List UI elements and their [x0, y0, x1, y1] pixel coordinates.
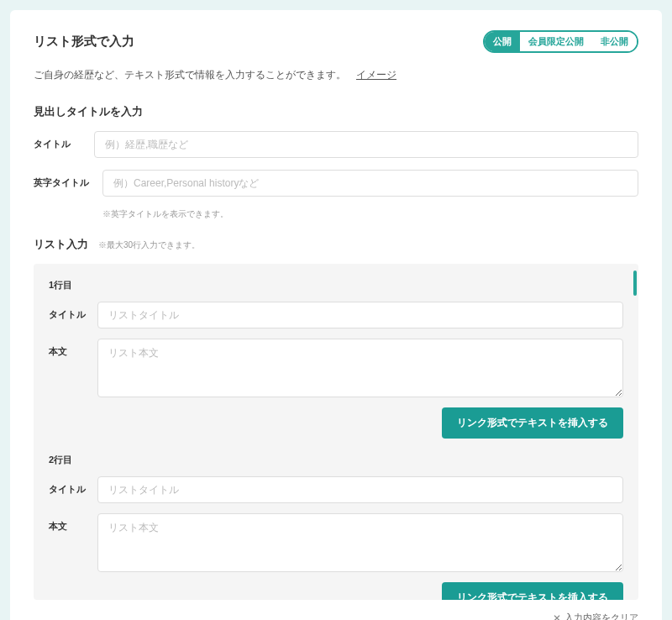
- clear-row: ✕ 入力内容をクリア: [34, 612, 638, 620]
- row2-title-label: タイトル: [49, 476, 87, 496]
- en-title-label: 英字タイトル: [34, 170, 92, 189]
- visibility-toggle: 公開 会員限定公開 非公開: [483, 30, 638, 53]
- title-field-row: タイトル: [34, 131, 638, 158]
- clear-label: 入力内容をクリア: [564, 612, 638, 620]
- list-section-title: リスト入力: [34, 237, 88, 252]
- row1-title-input[interactable]: [97, 302, 623, 328]
- list-row-2: 2行目 タイトル 本文 リンク形式でテキストを挿入する: [49, 454, 623, 600]
- list-input-card: リスト形式で入力 公開 会員限定公開 非公開 ご自身の経歴など、テキスト形式で情…: [10, 10, 662, 620]
- row2-button-row: リンク形式でテキストを挿入する: [49, 582, 623, 600]
- list-hint: ※最大30行入力できます。: [98, 239, 200, 251]
- row2-body-input[interactable]: [97, 513, 623, 572]
- list-header: リスト入力 ※最大30行入力できます。: [34, 237, 638, 252]
- row1-insert-link-button[interactable]: リンク形式でテキストを挿入する: [442, 407, 623, 439]
- title-input[interactable]: [94, 131, 638, 158]
- row1-button-row: リンク形式でテキストを挿入する: [49, 407, 623, 439]
- en-title-input[interactable]: [102, 170, 638, 197]
- section-title: リスト形式で入力: [34, 34, 134, 50]
- row2-insert-link-button[interactable]: リンク形式でテキストを挿入する: [442, 582, 623, 600]
- row2-title-input[interactable]: [97, 476, 623, 503]
- row1-body-label: 本文: [49, 339, 87, 358]
- scrollbar-thumb[interactable]: [633, 271, 637, 296]
- en-title-field-row: 英字タイトル: [34, 170, 638, 197]
- visibility-members[interactable]: 会員限定公開: [520, 32, 592, 51]
- close-icon: ✕: [553, 612, 561, 621]
- list-container[interactable]: 1行目 タイトル 本文 リンク形式でテキストを挿入する 2行目 タイトル 本文: [34, 264, 638, 600]
- row2-title-row: タイトル: [49, 476, 623, 503]
- title-label: タイトル: [34, 131, 84, 150]
- en-title-hint: ※英字タイトルを表示できます。: [102, 208, 638, 220]
- row-number-1: 1行目: [49, 279, 623, 292]
- visibility-public[interactable]: 公開: [485, 32, 520, 51]
- header-row: リスト形式で入力 公開 会員限定公開 非公開: [34, 30, 638, 53]
- list-row-1: 1行目 タイトル 本文 リンク形式でテキストを挿入する: [49, 279, 623, 439]
- row1-title-label: タイトル: [49, 302, 87, 321]
- row-number-2: 2行目: [49, 454, 623, 466]
- image-link[interactable]: イメージ: [356, 69, 396, 81]
- visibility-private[interactable]: 非公開: [592, 32, 637, 51]
- row2-body-row: 本文: [49, 513, 623, 572]
- heading-section-title: 見出しタイトルを入力: [34, 104, 638, 119]
- row1-body-row: 本文: [49, 339, 623, 397]
- description-text: ご自身の経歴など、テキスト形式で情報を入力することができます。: [34, 69, 356, 81]
- clear-button[interactable]: ✕ 入力内容をクリア: [553, 612, 638, 620]
- row1-title-row: タイトル: [49, 302, 623, 328]
- description: ご自身の経歴など、テキスト形式で情報を入力することができます。 イメージ: [34, 68, 638, 82]
- row1-body-input[interactable]: [97, 339, 623, 397]
- row2-body-label: 本文: [49, 513, 87, 533]
